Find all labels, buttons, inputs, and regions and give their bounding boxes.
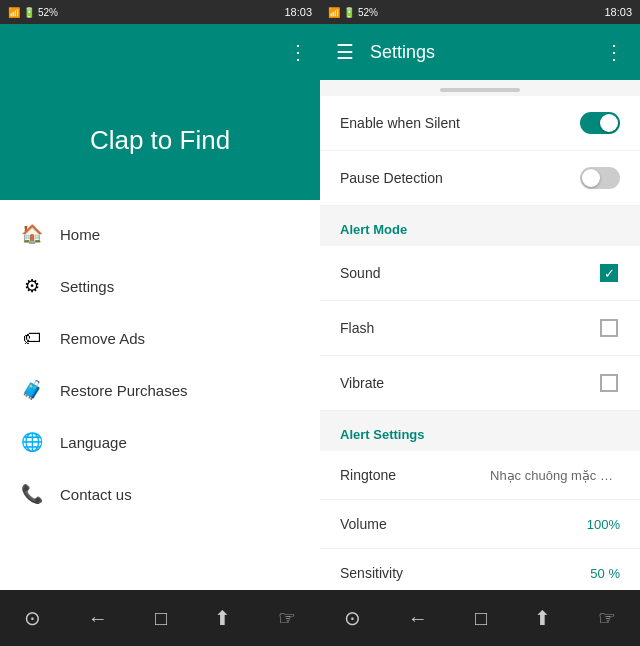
- bottom-back-icon-left[interactable]: ←: [88, 607, 108, 630]
- more-menu-icon-left[interactable]: ⋮: [288, 40, 308, 64]
- battery-text-right: 52%: [358, 7, 378, 18]
- sensitivity-label: Sensitivity: [340, 565, 403, 581]
- status-icons-left: 📶 🔋 52%: [8, 7, 58, 18]
- nav-item-settings[interactable]: ⚙ Settings: [0, 260, 320, 312]
- bottom-square-icon-right[interactable]: □: [475, 607, 487, 630]
- bottom-circle-icon-left[interactable]: ⊙: [24, 606, 41, 630]
- scroll-bar: [440, 88, 520, 92]
- sound-label: Sound: [340, 265, 380, 281]
- right-panel: 📶 🔋 52% 18:03 ☰ Settings ⋮ Enable when S…: [320, 0, 640, 646]
- volume-label: Volume: [340, 516, 387, 532]
- bottom-up-icon-left[interactable]: ⬆: [214, 606, 231, 630]
- ringtone-value: Nhạc chuông mặc định (Thunderclo...: [490, 468, 620, 483]
- status-bar-right: 📶 🔋 52% 18:03: [320, 0, 640, 24]
- hero-section: Clap to Find: [0, 80, 320, 200]
- settings-title: Settings: [370, 42, 588, 63]
- battery-text: 52%: [38, 7, 58, 18]
- nav-item-remove-ads[interactable]: 🏷 Remove Ads: [0, 312, 320, 364]
- left-panel: 📶 🔋 52% 18:03 ⋮ Clap to Find 🏠 Home ⚙ Se…: [0, 0, 320, 646]
- flash-row: Flash: [320, 301, 640, 356]
- vibrate-label: Vibrate: [340, 375, 384, 391]
- status-icons-right: 📶 🔋 52%: [328, 7, 378, 18]
- bottom-up-icon-right[interactable]: ⬆: [534, 606, 551, 630]
- language-icon: 🌐: [20, 430, 44, 454]
- nav-label-contact-us: Contact us: [60, 486, 132, 503]
- flash-checkbox[interactable]: [598, 317, 620, 339]
- time-right: 18:03: [604, 6, 632, 18]
- nav-item-restore-purchases[interactable]: 🧳 Restore Purchases: [0, 364, 320, 416]
- toggle-knob-pause: [582, 169, 600, 187]
- bottom-hand-icon-left[interactable]: ☞: [278, 606, 296, 630]
- vibrate-checkbox-box: [600, 374, 618, 392]
- nav-label-restore-purchases: Restore Purchases: [60, 382, 188, 399]
- signal-icon: 📶: [8, 7, 20, 18]
- enable-when-silent-row: Enable when Silent: [320, 96, 640, 151]
- nav-item-home[interactable]: 🏠 Home: [0, 208, 320, 260]
- vibrate-checkbox[interactable]: [598, 372, 620, 394]
- sound-row: Sound ✓: [320, 246, 640, 301]
- contact-icon: 📞: [20, 482, 44, 506]
- hamburger-icon[interactable]: ☰: [336, 40, 354, 64]
- bottom-nav-right: ⊙ ← □ ⬆ ☞: [320, 590, 640, 646]
- sound-checkbox[interactable]: ✓: [598, 262, 620, 284]
- volume-value: 100%: [587, 517, 620, 532]
- alert-mode-label: Alert Mode: [340, 222, 407, 237]
- settings-icon: ⚙: [20, 274, 44, 298]
- sensitivity-row[interactable]: Sensitivity 50 %: [320, 549, 640, 590]
- nav-item-language[interactable]: 🌐 Language: [0, 416, 320, 468]
- nav-label-language: Language: [60, 434, 127, 451]
- status-bar-left: 📶 🔋 52% 18:03: [0, 0, 320, 24]
- battery-icon: 🔋: [23, 7, 35, 18]
- header-left: ⋮: [0, 24, 320, 80]
- alert-settings-section-header: Alert Settings: [320, 411, 640, 451]
- signal-icon-right: 📶: [328, 7, 340, 18]
- flash-label: Flash: [340, 320, 374, 336]
- app-title: Clap to Find: [90, 125, 230, 156]
- battery-icon-right: 🔋: [343, 7, 355, 18]
- alert-mode-section-header: Alert Mode: [320, 206, 640, 246]
- volume-row[interactable]: Volume 100%: [320, 500, 640, 549]
- sound-checkbox-box: ✓: [600, 264, 618, 282]
- nav-label-remove-ads: Remove Ads: [60, 330, 145, 347]
- time-left: 18:03: [284, 6, 312, 18]
- bottom-nav-left: ⊙ ← □ ⬆ ☞: [0, 590, 320, 646]
- toggle-knob-enable-silent: [600, 114, 618, 132]
- alert-settings-label: Alert Settings: [340, 427, 425, 442]
- remove-ads-icon: 🏷: [20, 326, 44, 350]
- bottom-back-icon-right[interactable]: ←: [408, 607, 428, 630]
- bottom-circle-icon-right[interactable]: ⊙: [344, 606, 361, 630]
- vibrate-row: Vibrate: [320, 356, 640, 411]
- nav-label-home: Home: [60, 226, 100, 243]
- sensitivity-value: 50 %: [590, 566, 620, 581]
- pause-detection-row: Pause Detection: [320, 151, 640, 206]
- pause-detection-toggle[interactable]: [580, 167, 620, 189]
- bottom-hand-icon-right[interactable]: ☞: [598, 606, 616, 630]
- more-menu-icon-right[interactable]: ⋮: [604, 40, 624, 64]
- nav-menu: 🏠 Home ⚙ Settings 🏷 Remove Ads 🧳 Restore…: [0, 200, 320, 590]
- enable-when-silent-toggle[interactable]: [580, 112, 620, 134]
- settings-content: Enable when Silent Pause Detection Alert…: [320, 80, 640, 590]
- restore-purchases-icon: 🧳: [20, 378, 44, 402]
- sound-check-icon: ✓: [604, 267, 615, 280]
- home-icon: 🏠: [20, 222, 44, 246]
- flash-checkbox-box: [600, 319, 618, 337]
- pause-detection-label: Pause Detection: [340, 170, 443, 186]
- bottom-square-icon-left[interactable]: □: [155, 607, 167, 630]
- nav-label-settings: Settings: [60, 278, 114, 295]
- enable-when-silent-label: Enable when Silent: [340, 115, 460, 131]
- header-right: ☰ Settings ⋮: [320, 24, 640, 80]
- scroll-indicator: [320, 80, 640, 96]
- ringtone-label: Ringtone: [340, 467, 396, 483]
- ringtone-row[interactable]: Ringtone Nhạc chuông mặc định (Thundercl…: [320, 451, 640, 500]
- nav-item-contact-us[interactable]: 📞 Contact us: [0, 468, 320, 520]
